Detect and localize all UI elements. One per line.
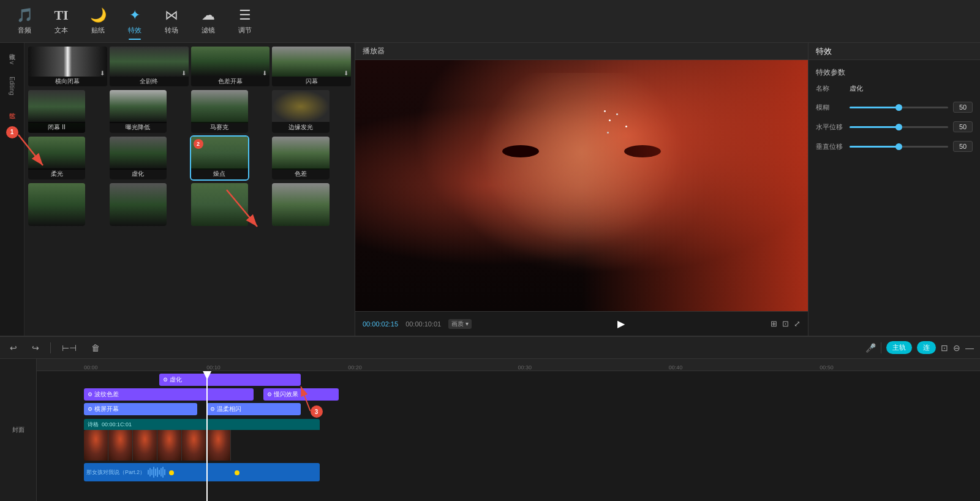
timeline-effect-慢闪效果[interactable]: ⚙ 慢闪效果 [263,388,339,401]
adjust-icon: ☰ [239,7,251,23]
player-title: 播放器 [363,46,385,56]
effect-thumb-全剧终[interactable]: ⬇ 全剧终 [110,47,189,86]
video-thumb-6 [206,430,231,461]
audio-keyframe-dot[interactable] [169,470,174,475]
tl-split-btn[interactable]: ⊢⊣ [58,341,80,355]
param-row-name: 名称 虚化 [816,84,973,93]
param-slider-blur[interactable] [850,107,948,108]
ruler-tick-30: 00:30 [518,364,532,371]
effect-label-边缘发光: 边缘发光 [272,122,329,133]
download-icon: ⬇ [100,70,105,77]
param-value-vert[interactable]: 50 [953,141,973,152]
timeline-effect-温柔相闪[interactable]: ⚙ 温柔相闪 [206,403,301,415]
tl-undo-btn[interactable]: ↩ [6,341,21,355]
tl-align-btn[interactable]: ⊡ [941,343,948,353]
toolbar-effects-label: 特效 [128,26,141,35]
effects-row-3: 柔光 虚化 2 燥点 色差 [28,137,351,179]
play-button[interactable]: ▶ [612,315,630,333]
video-thumb-1 [84,430,108,461]
effect-虚化[interactable]: 虚化 [110,137,167,179]
param-label-name: 名称 [816,84,850,93]
effect-r4-3[interactable] [191,183,248,226]
param-value-blur[interactable]: 50 [953,102,973,113]
param-slider-horiz[interactable] [850,126,948,128]
effect-柔光[interactable]: 柔光 [28,137,85,179]
nav-editing[interactable]: Editing [9,77,15,96]
timeline-effect-虚化[interactable]: ⚙ 虚化 [159,374,301,386]
toolbar-adjust-label: 调节 [238,26,252,35]
wave-icon[interactable]: ⊞ [771,319,777,328]
transition-icon: ⋈ [165,7,178,23]
tl-minus-btn[interactable]: ⊖ [953,343,960,353]
tl-sep-2 [881,342,881,353]
ruler-tick-40: 00:40 [669,364,683,371]
effect-label-马赛克: 马赛克 [191,122,248,133]
video-background [355,60,808,311]
toolbar-adjust[interactable]: ☰ 调节 [227,3,263,40]
timeline-effect-横屏开幕[interactable]: ⚙ 横屏开幕 [84,403,197,415]
effect-马赛克[interactable]: 马赛克 [191,90,248,133]
effect-r4-2[interactable] [110,183,167,226]
tl-main-track-btn[interactable]: 主轨 [886,341,912,354]
effect-燥点[interactable]: 2 燥点 [191,137,248,179]
toolbar-filter[interactable]: ☁ 滤镜 [190,3,227,40]
effect-闭幕II[interactable]: 闭幕 II [28,90,85,133]
nav-v[interactable]: v [9,61,15,64]
red-light-overlay [582,60,809,311]
effect-曝光降低[interactable]: 曝光降低 [110,90,167,133]
tl-mic-icon[interactable]: 🎤 [865,343,876,353]
audio-track-label: 那女孩对我说（Part.2） [86,469,145,477]
video-thumb-4 [157,430,182,461]
fullscreen-icon[interactable]: ⤢ [794,319,801,328]
param-slider-vert[interactable] [850,146,948,148]
effect-label-闪幕: 闪幕 [272,77,351,86]
toolbar-transition[interactable]: ⋈ 转场 [153,3,190,40]
param-label-horiz: 水平位移 [816,122,850,132]
effect-label-柔光: 柔光 [28,168,85,179]
toolbar-audio[interactable]: 🎵 音频 [6,3,43,40]
effect-边缘发光[interactable]: 边缘发光 [272,90,329,133]
effect-r4-4[interactable] [272,183,329,226]
tl-delete-btn[interactable]: 🗑 [88,341,104,355]
tl-tracks-body: ⚙ 虚化 ⚙ 波纹色差 ⚙ 慢闪效果 ⚙ 横屏开幕 ⚙ [37,371,980,501]
effects-section-row2: 闭幕 II 曝光降低 马赛克 边缘发光 [28,90,351,133]
tl-redo-btn[interactable]: ↪ [28,341,43,355]
param-value-horiz[interactable]: 50 [953,121,973,132]
ruler-tick-10: 00:10 [206,364,221,371]
toolbar-audio-label: 音频 [18,26,31,35]
timeline-toolbar: ↩ ↪ ⊢⊣ 🗑 🎤 主轨 连 ⊡ ⊖ — [0,337,980,359]
effect-label-色差开幕: 色差开幕 [191,77,270,86]
player-ctrl-icons: ⊞ ⊡ ⤢ [771,319,801,328]
top-effects-row: ⬇ 横向闭幕 ⬇ 全剧终 ⬇ 色差开幕 ⬇ [28,47,351,86]
tl-dash-btn[interactable]: — [965,343,974,353]
effect-色差[interactable]: 色差 [272,137,329,179]
tl-ruler: 00:00 00:10 00:20 00:30 00:40 00:50 [37,359,980,371]
toolbar-text[interactable]: TI 文本 [43,3,80,40]
effect-thumb-闪幕[interactable]: ⬇ 闪幕 [272,47,351,86]
params-title: 特效 [816,46,832,57]
fit-icon[interactable]: ⊡ [782,319,789,328]
tl-playhead[interactable] [206,371,208,501]
annotation-badge-3: 3 [311,405,323,418]
tl-connect-btn[interactable]: 连 [917,341,936,354]
effects-star-icon: ✦ [129,7,140,23]
effect-label-全剧终: 全剧终 [110,77,189,86]
effects-left-nav: 收藏 v Editing 综艺 1 [0,43,24,336]
effect-thumb-色差开幕[interactable]: ⬇ 色差开幕 [191,47,270,86]
timeline-audio-track[interactable]: 那女孩对我说（Part.2） [84,463,320,481]
timeline-content: 封面 00:00 00:10 00:20 00:30 00:40 00:50 [0,359,980,501]
toolbar-sticker[interactable]: 🌙 贴纸 [80,3,116,40]
timeline-video-track[interactable] [84,430,320,461]
effect-r4-1[interactable] [28,183,85,226]
effect-thumb-横向闭幕[interactable]: ⬇ 横向闭幕 [28,47,107,86]
quality-select[interactable]: 画质 ▾ [448,319,472,329]
param-slider-blur-wrap: 50 [850,102,973,113]
effects-panel: 收藏 v Editing 综艺 1 ⬇ 横向闭幕 [0,43,355,336]
toolbar-effects[interactable]: ✦ 特效 [116,3,153,40]
effects-section-row4 [28,183,351,226]
ruler-tick-20: 00:20 [348,364,362,371]
param-slider-vert-wrap: 50 [850,141,973,152]
effects-params-panel: 特效 特效参数 名称 虚化 模糊 50 [809,43,980,336]
timeline-effect-波纹色差[interactable]: ⚙ 波纹色差 [84,388,254,401]
track-labels: 封面 [0,359,37,501]
